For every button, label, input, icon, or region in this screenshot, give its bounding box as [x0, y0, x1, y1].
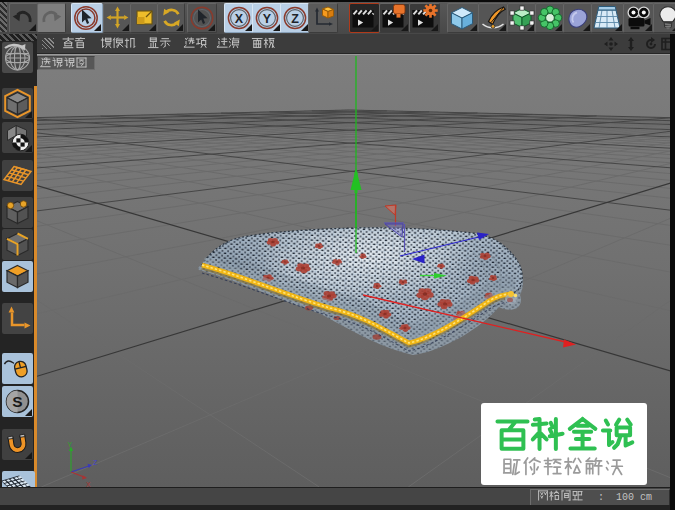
svg-text:X: X [235, 12, 244, 26]
svg-text:Y: Y [263, 12, 272, 26]
svg-text:S: S [12, 393, 22, 410]
svg-text:Z: Z [291, 12, 299, 26]
svg-text:Y: Y [68, 441, 73, 448]
svg-text:Z: Z [93, 459, 98, 466]
